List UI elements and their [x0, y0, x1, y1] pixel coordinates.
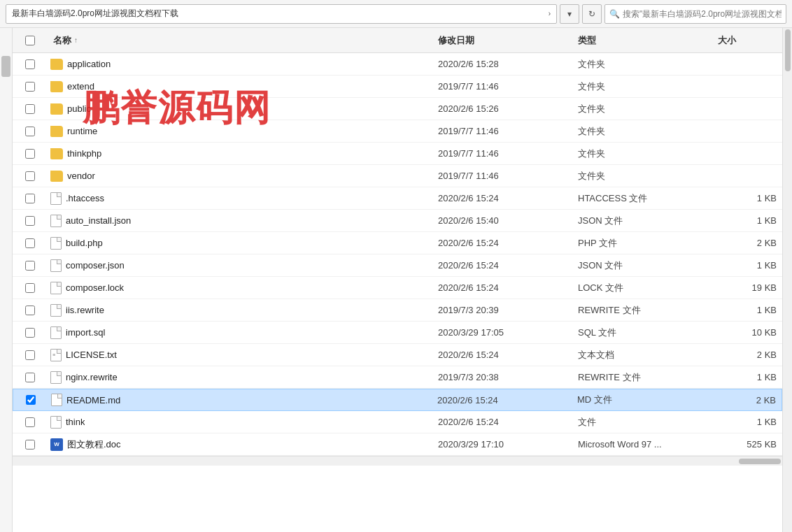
row-size: 2 KB — [712, 238, 782, 248]
row-checkbox[interactable] — [25, 194, 35, 203]
h-scrollbar-thumb[interactable] — [739, 459, 781, 464]
row-checkbox[interactable] — [25, 216, 35, 226]
header-type[interactable]: 类型 — [572, 34, 712, 47]
v-scrollbar-track[interactable] — [0, 28, 12, 532]
row-name-text: iis.rewrite — [66, 305, 104, 315]
v-scrollbar-thumb[interactable] — [785, 29, 791, 71]
table-row[interactable]: think2020/2/6 15:24文件1 KB — [13, 411, 782, 433]
row-checkbox[interactable] — [25, 283, 35, 293]
row-name-cell: README.md — [48, 394, 432, 406]
row-name-text: build.php — [66, 238, 103, 248]
row-checkbox[interactable] — [25, 350, 35, 360]
header-size[interactable]: 大小 — [712, 34, 782, 47]
folder-icon — [50, 81, 63, 92]
table-row[interactable]: composer.lock2020/2/6 15:24LOCK 文件19 KB — [13, 277, 782, 299]
row-checkbox[interactable] — [25, 373, 35, 382]
file-explorer-window: 最新丰白墙源码2.0pro网址源视图文档程下载 › ▾ ↻ 🔍 鹏誉源码网 — [0, 0, 792, 532]
row-checkbox-cell — [13, 440, 48, 450]
row-checkbox-cell — [13, 305, 48, 315]
dropdown-button[interactable]: ▾ — [560, 4, 579, 24]
row-date: 2020/2/6 15:24 — [432, 395, 572, 405]
row-checkbox[interactable] — [25, 440, 35, 450]
header-checkbox-col[interactable] — [13, 36, 48, 45]
row-name-text: nginx.rewrite — [66, 372, 118, 382]
row-date: 2020/2/6 15:24 — [432, 350, 572, 360]
file-icon — [50, 371, 62, 384]
search-icon: 🔍 — [609, 9, 620, 19]
row-size: 19 KB — [712, 282, 782, 293]
row-type: JSON 文件 — [572, 259, 712, 272]
row-name-cell: composer.lock — [48, 282, 432, 294]
row-checkbox[interactable] — [25, 149, 35, 159]
table-row[interactable]: composer.json2020/2/6 15:24JSON 文件1 KB — [13, 254, 782, 277]
table-row[interactable]: nginx.rewrite2019/7/3 20:38REWRITE 文件1 K… — [13, 366, 782, 389]
row-checkbox-cell — [13, 238, 48, 248]
file-icon — [50, 304, 62, 317]
row-type: 文件 — [572, 416, 712, 429]
row-name-cell: import.sql — [48, 326, 432, 339]
table-row[interactable]: iis.rewrite2019/7/3 20:39REWRITE 文件1 KB — [13, 299, 782, 322]
header-name[interactable]: 名称 ↑ — [48, 28, 432, 52]
folder-icon — [50, 148, 63, 159]
row-size: 1 KB — [712, 193, 782, 203]
table-row[interactable]: runtime2019/7/7 11:46文件夹 — [13, 120, 782, 143]
row-date: 2020/2/6 15:24 — [432, 193, 572, 203]
file-icon — [50, 282, 62, 294]
table-row[interactable]: vendor2019/7/7 11:46文件夹 — [13, 165, 782, 187]
row-name-text: runtime — [67, 126, 97, 136]
table-row[interactable]: auto_install.json2020/2/6 15:40JSON 文件1 … — [13, 210, 782, 232]
file-icon — [50, 259, 62, 272]
header-size-label: 大小 — [718, 34, 736, 47]
table-row[interactable]: README.md2020/2/6 15:24MD 文件2 KB — [13, 389, 782, 411]
row-name-text: application — [67, 59, 111, 69]
row-date: 2020/2/6 15:28 — [432, 59, 572, 69]
file-list-container: 鹏誉源码网 名称 ↑ 修改日期 类型 大小 — [13, 28, 782, 532]
table-row[interactable]: .htaccess2020/2/6 15:24HTACCESS 文件1 KB — [13, 187, 782, 210]
search-input[interactable] — [623, 9, 782, 19]
table-row[interactable]: import.sql2020/3/29 17:05SQL 文件10 KB — [13, 322, 782, 344]
row-checkbox[interactable] — [25, 417, 35, 427]
select-all-checkbox[interactable] — [25, 36, 35, 45]
main-area: 鹏誉源码网 名称 ↑ 修改日期 类型 大小 — [0, 28, 792, 532]
row-checkbox[interactable] — [25, 59, 35, 69]
h-scrollbar[interactable] — [13, 456, 782, 466]
row-date: 2020/2/6 15:24 — [432, 260, 572, 271]
v-scrollbar-thumb[interactable] — [1, 56, 10, 77]
row-checkbox[interactable] — [25, 127, 35, 136]
row-type: REWRITE 文件 — [572, 371, 712, 384]
row-type: SQL 文件 — [572, 326, 712, 339]
row-checkbox[interactable] — [25, 82, 35, 92]
row-name-text: thinkphp — [67, 148, 101, 159]
row-checkbox[interactable] — [25, 261, 35, 271]
table-row[interactable]: thinkphp2019/7/7 11:46文件夹 — [13, 143, 782, 165]
v-scrollbar[interactable] — [782, 28, 792, 532]
row-name-text: extend — [67, 81, 94, 92]
row-checkbox[interactable] — [25, 171, 35, 181]
row-type: 文本文档 — [572, 349, 712, 361]
table-row[interactable]: extend2019/7/7 11:46文件夹 — [13, 76, 782, 98]
row-checkbox-cell — [13, 149, 48, 159]
row-checkbox[interactable] — [25, 238, 35, 248]
table-row[interactable]: application2020/2/6 15:28文件夹 — [13, 53, 782, 76]
row-date: 2019/7/3 20:39 — [432, 305, 572, 315]
table-row[interactable]: LICENSE.txt2020/2/6 15:24文本文档2 KB — [13, 344, 782, 366]
address-path[interactable]: 最新丰白墙源码2.0pro网址源视图文档程下载 › — [6, 4, 557, 24]
header-date[interactable]: 修改日期 — [432, 34, 572, 47]
row-date: 2020/2/6 15:24 — [432, 238, 572, 248]
row-checkbox-cell — [13, 350, 48, 360]
refresh-button[interactable]: ↻ — [582, 4, 602, 24]
row-name-text: vendor — [67, 171, 95, 181]
row-checkbox[interactable] — [25, 104, 35, 114]
table-row[interactable]: public2020/2/6 15:26文件夹 — [13, 98, 782, 120]
row-checkbox-cell — [13, 395, 48, 405]
row-name-text: .htaccess — [66, 193, 104, 203]
row-size: 1 KB — [712, 260, 782, 271]
word-icon: W — [50, 438, 63, 451]
row-name-cell: LICENSE.txt — [48, 349, 432, 361]
row-date: 2020/3/29 17:05 — [432, 327, 572, 338]
table-row[interactable]: W图文教程.doc2020/3/29 17:10Microsoft Word 9… — [13, 433, 782, 456]
row-checkbox[interactable] — [26, 395, 36, 405]
row-checkbox[interactable] — [25, 328, 35, 338]
row-checkbox[interactable] — [25, 305, 35, 315]
table-row[interactable]: build.php2020/2/6 15:24PHP 文件2 KB — [13, 232, 782, 254]
